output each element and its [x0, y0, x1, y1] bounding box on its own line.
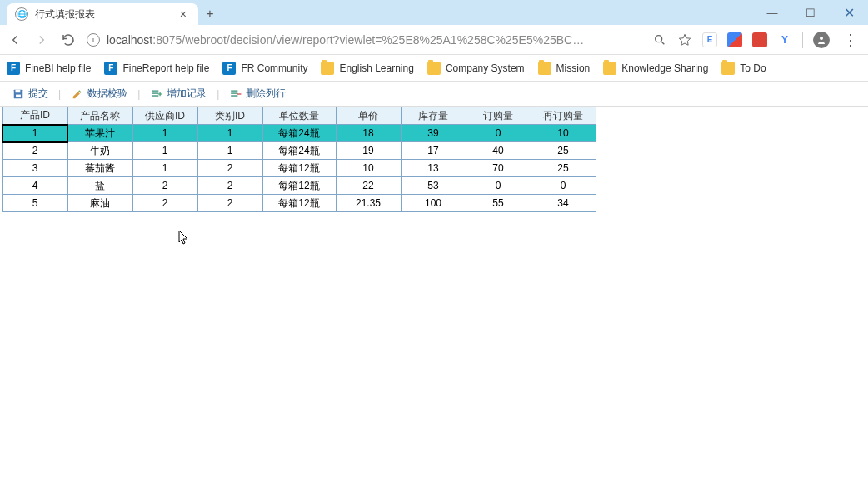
folder-icon	[721, 62, 735, 75]
window-titlebar: 🌐 行式填报报表 × + — ☐ ✕	[0, 0, 868, 25]
table-cell[interactable]: 17	[401, 142, 466, 160]
table-cell[interactable]: 1	[132, 160, 197, 177]
submit-button[interactable]: 提交	[7, 85, 53, 102]
table-cell[interactable]: 25	[531, 142, 596, 160]
star-icon[interactable]	[677, 32, 692, 47]
table-cell[interactable]: 2	[132, 195, 197, 212]
table-cell[interactable]: 18	[336, 125, 401, 142]
table-row[interactable]: 4盐22每箱12瓶225300	[2, 177, 596, 195]
table-cell[interactable]: 苹果汁	[67, 125, 132, 142]
report-area: 产品ID 产品名称 供应商ID 类别ID 单位数量 单价 库存量 订购量 再订购…	[0, 107, 868, 212]
table-row[interactable]: 3蕃茄酱12每箱12瓶10137025	[2, 160, 596, 177]
window-controls: — ☐ ✕	[753, 0, 868, 25]
table-cell[interactable]: 每箱24瓶	[262, 125, 336, 142]
validate-button[interactable]: 数据校验	[66, 85, 132, 102]
table-cell[interactable]: 每箱12瓶	[262, 177, 336, 195]
data-table[interactable]: 产品ID 产品名称 供应商ID 类别ID 单位数量 单价 库存量 订购量 再订购…	[2, 107, 596, 212]
bookmark-finereport[interactable]: FFineReport help file	[104, 62, 209, 75]
site-info-icon[interactable]: i	[87, 33, 100, 47]
table-cell[interactable]: 53	[401, 177, 466, 195]
separator: |	[136, 88, 142, 100]
header-product-name[interactable]: 产品名称	[67, 107, 132, 125]
table-cell[interactable]: 2	[197, 177, 262, 195]
table-cell[interactable]: 19	[336, 142, 401, 160]
browser-tab[interactable]: 🌐 行式填报报表 ×	[7, 3, 198, 25]
extension-icon-3[interactable]	[752, 32, 767, 47]
bookmark-knowledge[interactable]: Knowledge Sharing	[603, 62, 708, 75]
table-cell[interactable]: 40	[466, 142, 531, 160]
table-cell[interactable]: 1	[197, 125, 262, 142]
table-cell[interactable]: 1	[132, 142, 197, 160]
header-order[interactable]: 订购量	[466, 107, 531, 125]
table-cell[interactable]: 2	[132, 177, 197, 195]
table-cell[interactable]: 22	[336, 177, 401, 195]
table-cell[interactable]: 13	[401, 160, 466, 177]
table-row[interactable]: 5麻油22每箱12瓶21.351005534	[2, 195, 596, 212]
forward-button[interactable]	[33, 32, 50, 48]
table-cell[interactable]: 10	[531, 125, 596, 142]
table-cell[interactable]: 2	[197, 160, 262, 177]
table-cell[interactable]: 10	[336, 160, 401, 177]
table-cell[interactable]: 70	[466, 160, 531, 177]
reload-button[interactable]	[60, 32, 77, 48]
table-cell[interactable]: 25	[531, 160, 596, 177]
table-cell[interactable]: 0	[531, 177, 596, 195]
close-tab-button[interactable]: ×	[177, 7, 190, 21]
table-cell[interactable]: 2	[2, 142, 67, 160]
bookmark-english[interactable]: English Learning	[321, 62, 413, 75]
delete-row-button[interactable]: 删除列行	[224, 85, 291, 102]
header-supplier-id[interactable]: 供应商ID	[132, 107, 197, 125]
bookmark-finebi[interactable]: FFineBI help file	[7, 62, 91, 75]
table-cell[interactable]: 39	[401, 125, 466, 142]
table-cell[interactable]: 1	[197, 142, 262, 160]
table-row[interactable]: 2牛奶11每箱24瓶19174025	[2, 142, 596, 160]
header-category-id[interactable]: 类别ID	[197, 107, 262, 125]
table-cell[interactable]: 2	[197, 195, 262, 212]
table-cell[interactable]: 每箱24瓶	[262, 142, 336, 160]
close-window-button[interactable]: ✕	[830, 0, 868, 25]
url-box[interactable]: i localhost:8075/webroot/decision/view/r…	[87, 33, 642, 47]
header-price[interactable]: 单价	[336, 107, 401, 125]
bookmark-mission[interactable]: Mission	[538, 62, 591, 75]
table-cell[interactable]: 盐	[67, 177, 132, 195]
minimize-button[interactable]: —	[753, 0, 791, 25]
bookmark-frcommunity[interactable]: FFR Community	[222, 62, 307, 75]
table-cell[interactable]: 蕃茄酱	[67, 160, 132, 177]
separator: |	[57, 88, 62, 100]
add-record-button[interactable]: 增加记录	[145, 85, 212, 102]
header-reorder[interactable]: 再订购量	[531, 107, 596, 125]
table-cell[interactable]: 55	[466, 195, 531, 212]
table-cell[interactable]: 4	[2, 177, 67, 195]
table-cell[interactable]: 每箱12瓶	[262, 160, 336, 177]
header-unit-qty[interactable]: 单位数量	[262, 107, 336, 125]
extension-icon-2[interactable]	[727, 32, 742, 47]
table-cell[interactable]: 0	[466, 177, 531, 195]
table-cell[interactable]: 3	[2, 160, 67, 177]
table-cell[interactable]: 100	[401, 195, 466, 212]
table-cell[interactable]: 牛奶	[67, 142, 132, 160]
new-tab-button[interactable]: +	[198, 3, 222, 25]
bookmark-company[interactable]: Company System	[427, 62, 525, 75]
extension-icon-1[interactable]: E	[702, 32, 717, 47]
back-button[interactable]	[7, 32, 23, 48]
table-row[interactable]: 1苹果汁11每箱24瓶1839010	[2, 125, 596, 142]
table-cell[interactable]: 34	[531, 195, 596, 212]
frcommunity-icon: F	[222, 62, 236, 75]
divider	[802, 32, 803, 48]
table-cell[interactable]: 0	[466, 125, 531, 142]
maximize-button[interactable]: ☐	[791, 0, 830, 25]
zoom-icon[interactable]	[652, 32, 667, 47]
table-cell[interactable]: 1	[2, 125, 67, 142]
header-product-id[interactable]: 产品ID	[2, 107, 67, 125]
header-stock[interactable]: 库存量	[401, 107, 466, 125]
extension-icon-4[interactable]: Y	[777, 32, 792, 47]
table-cell[interactable]: 21.35	[336, 195, 401, 212]
table-cell[interactable]: 5	[2, 195, 67, 212]
menu-button[interactable]: ⋮	[840, 31, 861, 49]
table-cell[interactable]: 1	[132, 125, 197, 142]
bookmark-todo[interactable]: To Do	[721, 62, 766, 75]
globe-icon: 🌐	[15, 7, 28, 21]
table-cell[interactable]: 每箱12瓶	[262, 195, 336, 212]
table-cell[interactable]: 麻油	[67, 195, 132, 212]
profile-avatar[interactable]	[813, 32, 830, 48]
